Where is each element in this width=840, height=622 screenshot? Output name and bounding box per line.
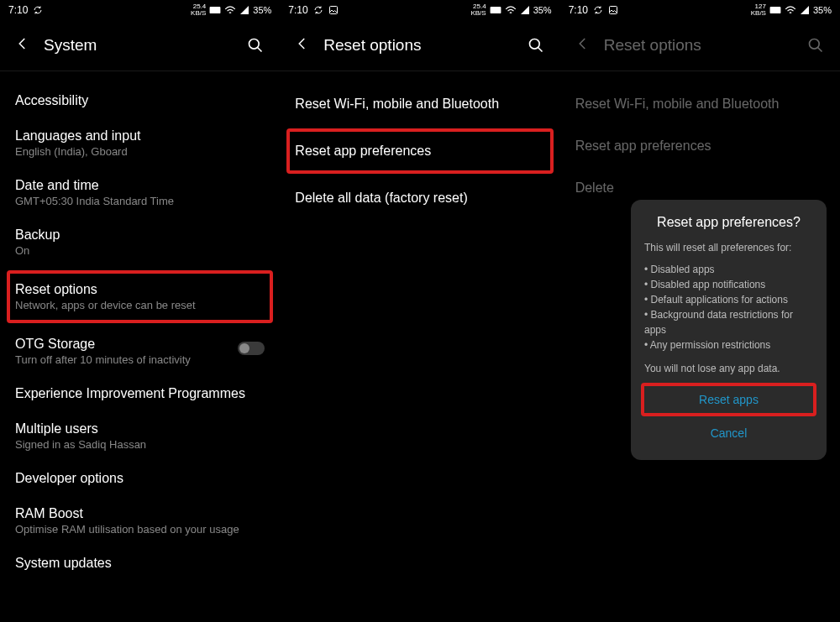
dialog-note: You will not lose any app data. [644,361,813,376]
header: Reset options [280,20,559,71]
battery-text: 35% [253,5,271,15]
cancel-button[interactable]: Cancel [644,418,813,448]
divider [560,71,840,71]
page-title: Reset options [604,36,793,55]
item-title: Reset options [15,282,265,297]
status-time: 7:10 [8,4,28,16]
item-ram-boost[interactable]: RAM Boost Optimise RAM utilisation based… [15,496,265,546]
svg-point-4 [529,39,539,50]
divider [280,71,559,71]
item-system-updates[interactable]: System updates [15,546,265,581]
search-icon[interactable] [527,36,545,55]
item-otg-storage[interactable]: OTG Storage Turn off after 10 minutes of… [15,327,265,376]
svg-rect-3 [490,7,501,13]
item-experience-improvement[interactable]: Experience Improvement Programmes [15,376,265,411]
item-subtitle: English (India), Gboard [15,145,265,158]
status-time: 7:10 [569,4,588,16]
item-subtitle: On [15,244,265,257]
item-developer-options[interactable]: Developer options [15,461,265,496]
svg-point-7 [809,39,819,50]
signal-icon [239,5,249,15]
volte-icon [490,6,501,14]
battery-text: 35% [813,5,832,15]
back-icon[interactable] [575,36,591,55]
item-backup[interactable]: Backup On [15,217,265,267]
item-title: OTG Storage [15,337,191,352]
item-date-time[interactable]: Date and time GMT+05:30 India Standard T… [15,168,265,217]
item-title: Backup [15,227,265,243]
sync-icon [593,5,603,15]
item-reset-app-preferences[interactable]: Reset app preferences [295,144,544,159]
network-speed: 127KB/S [751,3,766,17]
item-title: Developer options [15,471,265,486]
otg-toggle[interactable] [238,342,265,355]
item-title: Multiple users [15,421,265,436]
dialog-title: Reset app preferences? [644,215,813,230]
svg-rect-5 [610,7,617,14]
item-title: Languages and input [15,128,265,144]
svg-rect-6 [770,7,781,13]
dialog-intro: This will reset all preferences for: [644,240,813,255]
item-title: System updates [15,556,265,571]
page-title: Reset options [323,36,512,55]
item-subtitle: GMT+05:30 India Standard Time [15,195,265,207]
reset-options-dialog-screen: 7:10 127KB/S 35% Reset options Reset Wi-… [560,0,840,622]
wifi-icon [505,5,517,15]
item-title: Accessibility [15,93,265,108]
status-bar: 7:10 127KB/S 35% [560,0,840,20]
divider [0,71,280,71]
dialog-bullet-list: Disabled apps Disabled app notifications… [644,262,813,353]
search-icon[interactable] [806,36,825,55]
item-title: Date and time [15,178,265,193]
sync-icon [313,5,323,15]
item-reset-wifi[interactable]: Reset Wi-Fi, mobile and Bluetooth [295,83,544,125]
svg-rect-0 [210,7,221,13]
item-title: Experience Improvement Programmes [15,386,265,401]
back-icon[interactable] [295,36,310,55]
status-bar: 7:10 25.4KB/S 35% [0,0,280,20]
item-factory-reset[interactable]: Delete all data (factory reset) [295,177,544,219]
status-bar: 7:10 25.4KB/S 35% [280,0,559,20]
item-accessibility[interactable]: Accessibility [15,83,265,118]
signal-icon [800,5,810,15]
item-subtitle: Signed in as Sadiq Hassan [15,438,265,451]
network-speed: 25.4KB/S [470,3,486,17]
dialog-bullet: Disabled app notifications [644,277,813,292]
highlight-reset-options: Reset options Network, apps or device ca… [7,270,273,323]
volte-icon [209,6,221,14]
svg-rect-2 [329,7,337,14]
dialog-bullet: Default applications for actions [644,292,813,307]
system-settings-screen: 7:10 25.4KB/S 35% System Accessibility L… [0,0,280,622]
volte-icon [769,6,781,14]
signal-icon [520,5,530,15]
item-languages-input[interactable]: Languages and input English (India), Gbo… [15,118,265,168]
status-time: 7:10 [288,4,307,16]
item-subtitle: Turn off after 10 minutes of inactivity [15,353,191,366]
item-title: RAM Boost [15,506,265,521]
wifi-icon [785,5,796,15]
reset-app-preferences-dialog: Reset app preferences? This will reset a… [631,200,827,460]
header: System [0,20,280,71]
dialog-bullet: Background data restrictions for apps [644,307,813,337]
network-speed: 25.4KB/S [191,3,206,17]
page-title: System [44,36,233,55]
header: Reset options [560,20,840,71]
dialog-bullet: Disabled apps [644,262,813,277]
item-reset-options[interactable]: Reset options Network, apps or device ca… [15,282,265,311]
item-subtitle: Optimise RAM utilisation based on your u… [15,523,265,536]
reset-apps-button[interactable]: Reset apps [641,383,816,416]
image-icon [328,5,339,15]
dialog-bullet: Any permission restrictions [644,337,813,353]
battery-text: 35% [533,5,552,15]
reset-options-screen: 7:10 25.4KB/S 35% Reset options Reset Wi… [280,0,559,622]
item-multiple-users[interactable]: Multiple users Signed in as Sadiq Hassan [15,411,265,461]
back-icon[interactable] [15,36,30,55]
sync-icon [33,5,43,15]
highlight-reset-app-prefs: Reset app preferences [286,128,553,174]
item-subtitle: Network, apps or device can be reset [15,299,265,311]
item-reset-app-preferences[interactable]: Reset app preferences [575,125,825,167]
search-icon[interactable] [246,36,265,55]
wifi-icon [224,5,236,15]
item-reset-wifi[interactable]: Reset Wi-Fi, mobile and Bluetooth [575,83,825,125]
image-icon [608,5,618,15]
